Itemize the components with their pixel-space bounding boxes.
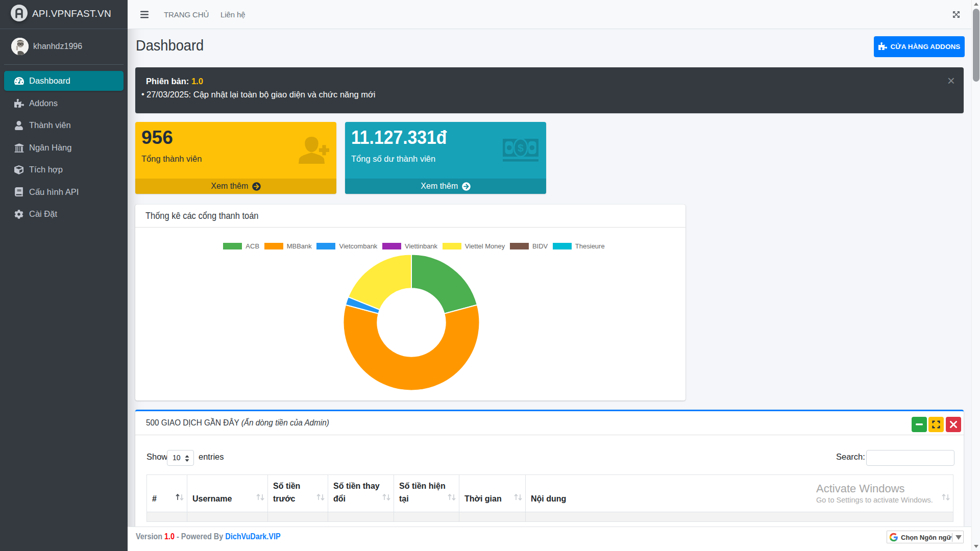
svg-text:$: $ (518, 142, 524, 154)
